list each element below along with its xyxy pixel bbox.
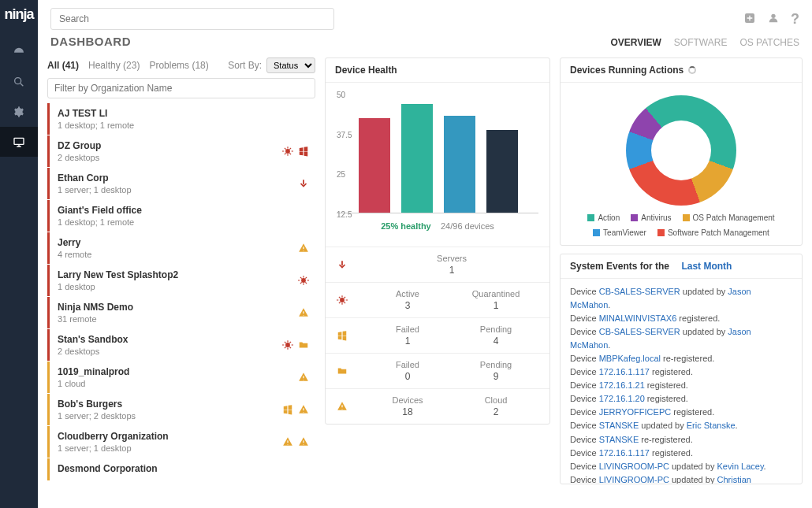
event-device-link[interactable]: CB-SALES-SERVER: [599, 287, 680, 296]
event-row: Device MBPKafeg.local re-registered.: [570, 352, 792, 365]
svg-point-8: [340, 298, 345, 302]
filter-all[interactable]: All (41): [47, 60, 79, 71]
warn-icon: [298, 372, 309, 383]
org-subtitle: 1 desktop; 1 remote: [58, 217, 309, 227]
org-subtitle: 1 server; 1 desktop: [58, 443, 282, 453]
org-row[interactable]: Ninja NMS Demo31 remote: [47, 297, 315, 328]
stat-cell: Devices18: [363, 395, 452, 417]
event-device-link[interactable]: 172.16.1.21: [599, 380, 645, 390]
chart-footer: 25% healthy 24/96 devices: [337, 213, 538, 239]
tab-os-patches[interactable]: OS PATCHES: [739, 37, 799, 48]
event-device-link[interactable]: LIVINGROOM-PC: [599, 462, 669, 471]
page-title: DASHBOARD: [50, 35, 131, 48]
org-subtitle: 1 desktop; 1 remote: [58, 121, 309, 130]
stat-row: Failed0Pending9: [326, 353, 549, 388]
org-row[interactable]: Bob's Burgers1 server; 2 desktops: [47, 394, 315, 425]
org-row[interactable]: Desmond Corporation: [47, 458, 315, 480]
event-row: Device 172.16.1.117 registered.: [570, 365, 792, 379]
nav-devices-icon[interactable]: [0, 127, 38, 157]
org-name: Giant's Field office: [58, 205, 309, 216]
search-input[interactable]: [50, 8, 334, 30]
tabs: OVERVIEW SOFTWARE OS PATCHES: [610, 37, 799, 48]
event-device-link[interactable]: STANSKE: [599, 421, 639, 430]
org-name: Ethan Corp: [58, 172, 298, 184]
svg-point-7: [285, 343, 290, 347]
event-row: Device JERRYOFFICEPC registered.: [570, 406, 792, 419]
org-row[interactable]: Ethan Corp1 server; 1 desktop: [47, 168, 315, 199]
org-row[interactable]: Cloudberry Organization1 server; 1 deskt…: [47, 426, 315, 458]
device-health-title: Device Health: [326, 58, 549, 83]
org-row[interactable]: Stan's Sandbox2 desktops: [47, 329, 315, 361]
event-row: Device CB-SALES-SERVER updated by Jason …: [570, 325, 792, 352]
stat-row: Active3Quarantined1: [326, 282, 549, 317]
event-device-link[interactable]: MINALWINVISTAX6: [599, 313, 677, 323]
stat-cell: Failed0: [363, 360, 452, 382]
event-device-link[interactable]: LIVINGROOM-PC: [599, 475, 669, 484]
event-device-link[interactable]: 172.16.1.20: [599, 394, 645, 403]
add-icon[interactable]: [743, 12, 756, 27]
stat-cell: Servers1: [363, 254, 540, 276]
stat-cell: Active3: [363, 289, 452, 311]
org-list: AJ TEST LI1 desktop; 1 remoteDZ Group2 d…: [47, 103, 315, 499]
org-name: Ninja NMS Demo: [58, 302, 298, 313]
event-device-link[interactable]: 172.16.1.117: [599, 448, 650, 458]
svg-point-4: [771, 13, 775, 17]
svg-rect-2: [14, 138, 24, 144]
event-row: Device 172.16.1.21 registered.: [570, 379, 792, 392]
svg-point-0: [15, 78, 21, 84]
org-row[interactable]: Jerry4 remote: [47, 232, 315, 264]
user-icon[interactable]: [767, 12, 780, 27]
org-name: Larry New Test Splashtop2: [58, 269, 298, 280]
event-row: Device CB-SALES-SERVER updated by Jason …: [570, 285, 792, 312]
win-icon: [282, 404, 293, 415]
down-icon: [335, 259, 349, 270]
warn-icon: [335, 401, 349, 412]
spinner-icon: [688, 66, 696, 74]
chart-bar: [486, 130, 518, 213]
org-subtitle: 1 cloud: [58, 379, 298, 388]
event-user-link[interactable]: Eric Stanske: [687, 421, 736, 430]
org-row[interactable]: DZ Group2 desktops: [47, 135, 315, 167]
warn-icon: [298, 243, 309, 254]
event-device-link[interactable]: JERRYOFFICEPC: [599, 407, 671, 417]
nav-dashboard-icon[interactable]: [0, 37, 38, 67]
topbar: ?: [38, 0, 812, 35]
event-device-link[interactable]: 172.16.1.117: [599, 367, 650, 376]
org-filter-input[interactable]: [47, 78, 315, 98]
events-list: Device CB-SALES-SERVER updated by Jason …: [561, 279, 802, 484]
tab-overview[interactable]: OVERVIEW: [610, 37, 661, 48]
event-row: Device 172.16.1.117 registered.: [570, 447, 792, 460]
org-subtitle: 1 server; 1 desktop: [58, 185, 298, 195]
down-icon: [298, 178, 309, 189]
chart-bar: [444, 116, 475, 213]
stat-cell: Failed1: [363, 324, 452, 347]
org-row[interactable]: Giant's Field office1 desktop; 1 remote: [47, 200, 315, 232]
tab-software[interactable]: SOFTWARE: [674, 37, 728, 48]
nav-search-icon[interactable]: [0, 67, 38, 97]
stat-cell: Cloud2: [452, 395, 540, 417]
sort-select[interactable]: Status: [266, 57, 315, 73]
org-row[interactable]: Larry New Test Splashtop21 desktop: [47, 265, 315, 296]
win-icon: [298, 146, 309, 157]
event-device-link[interactable]: STANSKE: [599, 435, 639, 444]
event-user-link[interactable]: Kevin Lacey: [717, 462, 763, 471]
org-subtitle: 1 desktop: [58, 282, 298, 291]
org-name: Desmond Corporation: [58, 463, 309, 474]
logo: ninja: [4, 6, 33, 23]
event-device-link[interactable]: MBPKafeg.local: [599, 354, 661, 363]
events-period-link[interactable]: Last Month: [681, 261, 732, 272]
filter-healthy[interactable]: Healthy (23): [88, 60, 140, 71]
help-icon[interactable]: ?: [791, 11, 799, 28]
org-row[interactable]: 1019_minalprod1 cloud: [47, 362, 315, 393]
filter-problems[interactable]: Problems (18): [149, 60, 208, 71]
event-row: Device 172.16.1.20 registered.: [570, 392, 792, 406]
nav-settings-icon[interactable]: [0, 97, 38, 127]
bug-icon: [282, 339, 293, 350]
org-row[interactable]: AJ TEST LI1 desktop; 1 remote: [47, 103, 315, 135]
event-device-link[interactable]: CB-SALES-SERVER: [599, 327, 680, 336]
warn-icon: [298, 307, 309, 318]
event-row: Device STANSKE updated by Eric Stanske.: [570, 419, 792, 432]
org-name: Stan's Sandbox: [58, 334, 282, 345]
warn-icon: [298, 404, 309, 415]
org-name: Jerry: [58, 237, 298, 248]
